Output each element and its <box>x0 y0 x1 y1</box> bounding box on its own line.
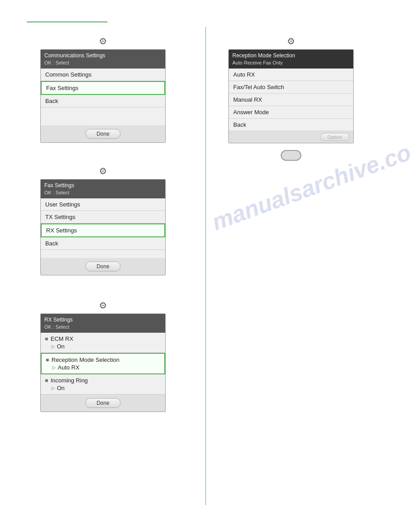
incoming-ring-value: On <box>57 385 64 391</box>
fax-row-back[interactable]: Back <box>41 237 165 250</box>
arrow-icon-reception: ▷ <box>52 365 56 370</box>
bullet-icon-ecm <box>45 338 48 340</box>
comm-row-back[interactable]: Back <box>41 95 165 107</box>
comm-settings-footer: Done <box>41 125 165 142</box>
rx-settings-subtitle: OK : Select <box>44 324 162 330</box>
fax-row-tx-settings[interactable]: TX Settings <box>41 211 165 223</box>
rx-settings-footer: Done <box>41 395 165 412</box>
comm-row-fax-settings[interactable]: Fax Settings <box>41 81 165 95</box>
reception-row-answer-mode[interactable]: Answer Mode <box>229 106 353 119</box>
reception-mode-subtitle: Auto Receive Fax Only <box>232 60 350 66</box>
bullet-icon-incoming <box>45 379 48 382</box>
rx-settings-panel: RX Settings OK : Select ECM RX ▷ On Rece… <box>40 313 166 412</box>
comm-row-common-settings[interactable]: Common Settings <box>41 69 165 81</box>
arrow-icon-incoming: ▷ <box>51 386 55 390</box>
reception-row-fax-tel[interactable]: Fax/Tel Auto Switch <box>229 81 353 94</box>
comm-settings-title: Communications Settings <box>44 52 162 60</box>
comm-settings-subtitle: OK : Select <box>44 60 162 66</box>
reception-mode-header: Reception Mode Selection Auto Receive Fa… <box>229 50 353 69</box>
fax-settings-footer: Done <box>41 258 165 275</box>
oval-button-icon <box>280 150 302 161</box>
reception-mode-title: Reception Mode Selection <box>232 52 350 60</box>
reception-row-manual-rx[interactable]: Manual RX <box>229 94 353 106</box>
rx-settings-title: RX Settings <box>44 316 162 324</box>
ecm-rx-value: On <box>57 343 64 350</box>
arrow-icon-ecm: ▷ <box>51 344 55 349</box>
option-button[interactable]: Option <box>320 133 350 141</box>
reception-mode-panel: Reception Mode Selection Auto Receive Fa… <box>228 49 354 143</box>
comm-settings-done-button[interactable]: Done <box>86 129 121 139</box>
incoming-ring-label: Incoming Ring <box>51 377 88 384</box>
fax-settings-title: Fax Settings <box>44 182 162 189</box>
communications-settings-header: Communications Settings OK : Select <box>41 50 165 69</box>
vertical-divider <box>206 27 206 505</box>
gear-icon-2: ⚙ <box>99 166 107 176</box>
reception-row-back[interactable]: Back <box>229 119 353 131</box>
rx-row-ecm-rx[interactable]: ECM RX ▷ On <box>41 333 165 353</box>
svg-rect-0 <box>281 150 301 160</box>
rx-row-incoming-ring[interactable]: Incoming Ring ▷ On <box>41 374 165 395</box>
rx-row-reception-mode[interactable]: Reception Mode Selection ▷ Auto RX <box>41 353 165 374</box>
fax-row-rx-settings[interactable]: RX Settings <box>41 223 165 237</box>
gear-icon-1: ⚙ <box>99 36 107 47</box>
fax-settings-panel: Fax Settings OK : Select User Settings T… <box>40 179 166 275</box>
fax-settings-subtitle: OK : Select <box>44 189 162 196</box>
rx-settings-done-button[interactable]: Done <box>86 398 121 408</box>
top-decorative-line <box>27 21 107 22</box>
fax-row-user-settings[interactable]: User Settings <box>41 198 165 211</box>
fax-settings-header: Fax Settings OK : Select <box>41 180 165 198</box>
rx-settings-header: RX Settings OK : Select <box>41 314 165 333</box>
bullet-icon-reception <box>46 359 49 361</box>
fax-settings-done-button[interactable]: Done <box>86 262 121 271</box>
reception-row-auto-rx[interactable]: Auto RX <box>229 69 353 81</box>
ecm-rx-label: ECM RX <box>51 335 73 342</box>
reception-mode-value: Auto RX <box>58 364 79 371</box>
communications-settings-panel: Communications Settings OK : Select Comm… <box>40 49 166 143</box>
option-area: Option <box>229 131 353 143</box>
gear-icon-3: ⚙ <box>99 300 107 311</box>
reception-mode-label: Reception Mode Selection <box>51 356 120 363</box>
gear-icon-right-1: ⚙ <box>287 36 295 47</box>
